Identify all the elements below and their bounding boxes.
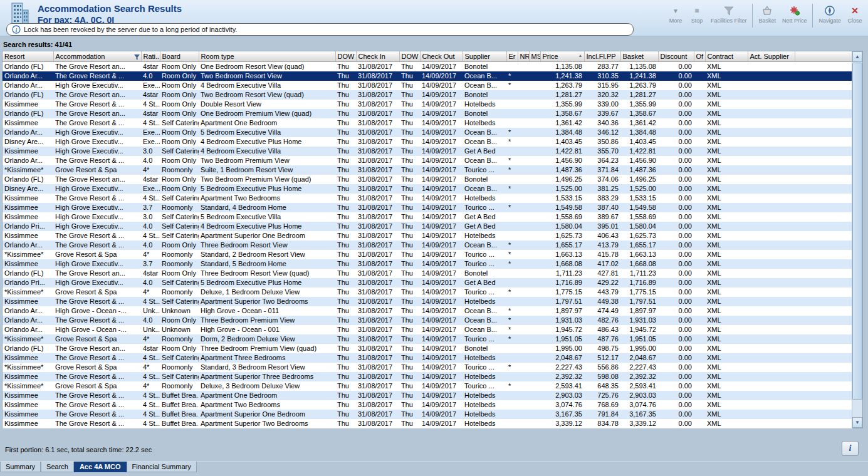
table-row[interactable]: Orlando (FL)The Grove Resort an...4starR… [3, 269, 852, 278]
column-header-contract[interactable]: Contract [705, 51, 748, 61]
cell: Thu [335, 118, 356, 128]
column-header-discount[interactable]: Discount [658, 51, 694, 61]
table-row[interactable]: KissimmeeHigh Grove Executiv...3.0Self C… [3, 212, 852, 222]
table-row[interactable]: KissimmeeThe Grove Resort & ...4 St...Se… [3, 297, 852, 306]
table-row[interactable]: Orlando Ar...The Grove Resort & ...4.0Ro… [3, 156, 852, 165]
column-header-nr[interactable]: NR [518, 51, 529, 61]
table-row[interactable]: KissimmeeHigh Grove Executiv...3.7Roomon… [3, 259, 852, 269]
column-header-incl-fl-pp[interactable]: Incl.Fl.PP [584, 51, 620, 61]
cell [518, 250, 529, 259]
cell: 4* [141, 287, 160, 297]
column-header-er[interactable]: Er [506, 51, 518, 61]
cell: 429.22 [584, 278, 620, 287]
column-header-price[interactable]: Price▲ [540, 51, 584, 61]
table-row[interactable]: Disney Are...High Grove Executiv...Exe..… [3, 184, 852, 194]
table-row[interactable]: *Kissimmee*Grove Resort & Spa4*RoomonlyS… [3, 363, 852, 372]
table-row[interactable]: Orlando (FL)The Grove Resort an...4starR… [3, 61, 852, 71]
cell: 0.00 [658, 297, 694, 306]
column-header-ms[interactable]: MS [529, 51, 540, 61]
table-row[interactable]: Orlando Ar...The Grove Resort & ...4.0Ro… [3, 316, 852, 325]
basket-button[interactable]: Basket [755, 3, 779, 25]
cell [748, 212, 795, 222]
cell [506, 109, 518, 118]
cell [694, 316, 705, 325]
table-row[interactable]: KissimmeeThe Grove Resort & ...4 St...Se… [3, 353, 852, 363]
cell: 320.32 [584, 90, 620, 100]
cell: 31/08/2017 [356, 71, 399, 81]
facilities-filter-button[interactable]: Facilities Filter [708, 3, 750, 25]
column-header-board[interactable]: Board [160, 51, 199, 61]
column-header-act-supplier[interactable]: Act. Supplier [748, 51, 795, 61]
table-row[interactable]: Orlando (FL)The Grove Resort an...4starR… [3, 109, 852, 118]
table-row[interactable]: *Kissimmee*Grove Resort & Spa4*RoomonlyS… [3, 165, 852, 175]
table-row[interactable]: Orlando Ar...The Grove Resort & ...4.0Ro… [3, 241, 852, 250]
table-row[interactable]: KissimmeeThe Grove Resort & ...4 St...Ro… [3, 100, 852, 109]
cell: 0.00 [658, 128, 694, 137]
column-header-basket[interactable]: Basket [620, 51, 658, 61]
column-header-check-out[interactable]: Check Out [420, 51, 463, 61]
cell: 3.0 [141, 212, 160, 222]
table-row[interactable]: *Kissimmee*Grove Resort & Spa4*RoomonlyD… [3, 334, 852, 344]
table-row[interactable]: Orlando (FL)The Grove Resort an...4starR… [3, 344, 852, 353]
column-header-of[interactable]: Of [694, 51, 705, 61]
column-header-dow[interactable]: DOW [335, 51, 356, 61]
cell: 14/09/2017 [420, 100, 463, 109]
table-row[interactable]: Orlando Ar...High Grove Executiv...Exe..… [3, 81, 852, 90]
table-row[interactable]: KissimmeeThe Grove Resort & ...4 St...Se… [3, 194, 852, 203]
table-row[interactable]: Orlando Pri...High Grove Executiv...4.0S… [3, 278, 852, 287]
column-header-dow[interactable]: DOW [399, 51, 420, 61]
table-row[interactable]: KissimmeeThe Grove Resort & ...4 St...Se… [3, 372, 852, 381]
table-row[interactable]: Orlando Ar...The Grove Resort & ...4.0Ro… [3, 71, 852, 81]
column-header-supplier[interactable]: Supplier [463, 51, 506, 61]
tab-search[interactable]: Search [41, 462, 74, 472]
column-header-check-in[interactable]: Check In [356, 51, 399, 61]
stop-button[interactable]: ■ Stop [686, 3, 708, 25]
table-row[interactable]: Orlando (FL)The Grove Resort an...4starR… [3, 90, 852, 100]
cell: Thu [335, 241, 356, 250]
table-row[interactable]: Orlando Pri...High Grove Executiv...4.0S… [3, 222, 852, 231]
table-row[interactable]: KissimmeeThe Grove Resort & ...4 St...Bu… [3, 410, 852, 419]
column-header-accommodation[interactable]: Accommodation [53, 51, 141, 61]
scroll-down-button[interactable]: ▼ [852, 417, 862, 428]
tab-acc-4a-mco[interactable]: Acc 4A MCO [74, 462, 127, 472]
column-header-room-type[interactable]: Room type [199, 51, 335, 61]
navigate-button[interactable]: Navigate [815, 3, 844, 25]
table-row[interactable]: KissimmeeThe Grove Resort & ...4 St...Bu… [3, 419, 852, 428]
table-row[interactable]: KissimmeeThe Grove Resort & ...4 St...Se… [3, 231, 852, 241]
table-row[interactable]: KissimmeeThe Grove Resort & ...4 St...Se… [3, 118, 852, 128]
table-row[interactable]: KissimmeeHigh Grove Executiv...3.0Self C… [3, 147, 852, 156]
table-row[interactable]: *Kissimmee*Grove Resort & Spa4*RoomonlyD… [3, 381, 852, 391]
filter-funnel-icon[interactable] [134, 54, 140, 61]
cell [518, 334, 529, 344]
scroll-up-button[interactable]: ▲ [852, 51, 862, 62]
nett-price-button[interactable]: Nett Price [779, 3, 810, 25]
table-row[interactable]: Orlando Ar...High Grove - Ocean -...Unk.… [3, 325, 852, 334]
cell: 14/09/2017 [420, 325, 463, 334]
tab-summary[interactable]: Summary [0, 462, 41, 472]
cell: Ocean B... [463, 81, 506, 90]
tab-financial-summary[interactable]: Financial Summary [127, 462, 197, 472]
table-row[interactable]: KissimmeeHigh Grove Executiv...3.7Roomon… [3, 203, 852, 212]
table-row[interactable]: Disney Are...High Grove Executiv...Exe..… [3, 137, 852, 147]
table-row[interactable]: KissimmeeThe Grove Resort & ...4 St...Bu… [3, 400, 852, 410]
table-row[interactable]: Orlando Ar...High Grove Executiv...Exe..… [3, 128, 852, 137]
cell: Orlando Ar... [3, 241, 53, 250]
cell: 4.0 [141, 71, 160, 81]
more-button[interactable]: ▼ More [665, 3, 686, 25]
cell: Thu [399, 391, 420, 400]
info-button[interactable]: i [842, 441, 859, 456]
table-row[interactable]: *Kissimmee*Grove Resort & Spa4*RoomonlyS… [3, 250, 852, 259]
vertical-scrollbar[interactable]: ▲ ▼ [852, 51, 862, 428]
table-row[interactable]: KissimmeeThe Grove Resort & ...4 St...Bu… [3, 391, 852, 400]
table-row[interactable]: *Kissimmee*Grove Resort & Spa4*RoomonlyD… [3, 287, 852, 297]
cell: XML [705, 287, 748, 297]
cell [748, 203, 795, 212]
table-row[interactable]: Orlando Ar...High Grove - Ocean -...Unk.… [3, 306, 852, 316]
scrollbar-thumb[interactable] [852, 63, 862, 400]
close-button[interactable]: ✕ Close [844, 3, 865, 25]
column-header-resort[interactable]: Resort [3, 51, 53, 61]
search-results-count: Search results: 41/41 [3, 41, 72, 48]
cell: 443.79 [584, 287, 620, 297]
column-header-rati-[interactable]: Rati... [141, 51, 160, 61]
table-row[interactable]: Orlando (FL)The Grove Resort an...4starR… [3, 175, 852, 184]
